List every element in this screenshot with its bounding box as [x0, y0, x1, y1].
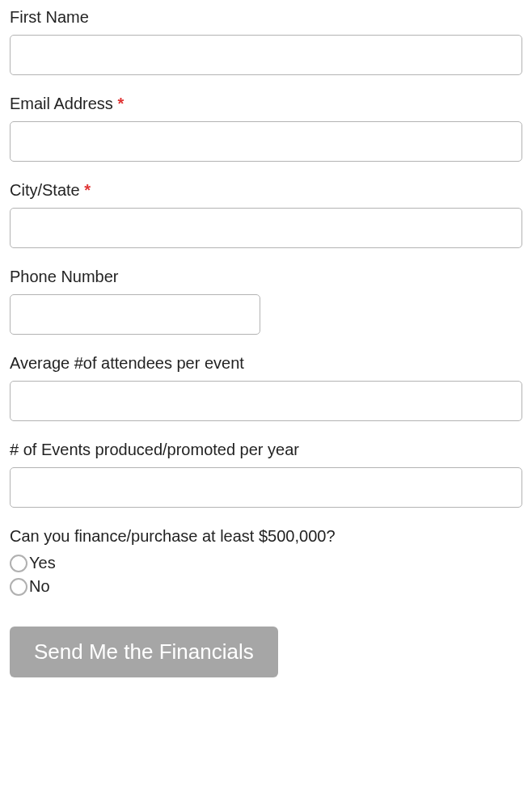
events-per-year-input[interactable]: [10, 467, 522, 508]
finance-radio-no-label: No: [29, 577, 50, 596]
label-text: # of Events produced/promoted per year: [10, 441, 299, 458]
city-state-label: City/State *: [10, 181, 522, 200]
required-marker: *: [117, 95, 124, 112]
financials-form: First Name Email Address * City/State * …: [10, 8, 522, 677]
city-state-group: City/State *: [10, 181, 522, 248]
email-input[interactable]: [10, 121, 522, 162]
finance-radio-group: Yes No: [10, 554, 522, 596]
finance-radio-yes-label: Yes: [29, 554, 56, 572]
finance-question-group: Can you finance/purchase at least $500,0…: [10, 527, 522, 596]
label-text: City/State: [10, 181, 80, 199]
events-per-year-group: # of Events produced/promoted per year: [10, 441, 522, 508]
city-state-input[interactable]: [10, 208, 522, 248]
phone-label: Phone Number: [10, 268, 522, 286]
finance-option-yes: Yes: [10, 554, 522, 572]
events-per-year-label: # of Events produced/promoted per year: [10, 441, 522, 459]
submit-button[interactable]: Send Me the Financials: [10, 627, 278, 677]
label-text: First Name: [10, 8, 89, 26]
email-label: Email Address *: [10, 95, 522, 113]
avg-attendees-label: Average #of attendees per event: [10, 354, 522, 373]
label-text: Email Address: [10, 95, 113, 112]
label-text: Average #of attendees per event: [10, 354, 244, 372]
label-text: Phone Number: [10, 268, 119, 285]
first-name-group: First Name: [10, 8, 522, 75]
finance-radio-no[interactable]: [10, 578, 27, 596]
phone-input[interactable]: [10, 294, 260, 335]
finance-radio-yes[interactable]: [10, 555, 27, 572]
finance-option-no: No: [10, 577, 522, 596]
finance-question-label: Can you finance/purchase at least $500,0…: [10, 527, 522, 546]
avg-attendees-input[interactable]: [10, 381, 522, 421]
label-text: Can you finance/purchase at least $500,0…: [10, 527, 336, 545]
avg-attendees-group: Average #of attendees per event: [10, 354, 522, 421]
email-group: Email Address *: [10, 95, 522, 162]
required-marker: *: [84, 181, 91, 199]
phone-group: Phone Number: [10, 268, 522, 335]
first-name-input[interactable]: [10, 35, 522, 75]
first-name-label: First Name: [10, 8, 522, 27]
